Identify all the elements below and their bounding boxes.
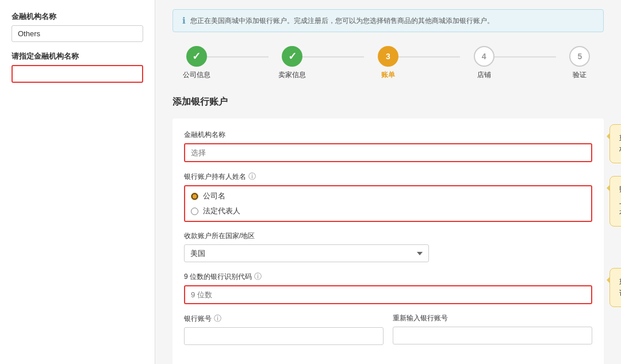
- step-2: ✓ 卖家信息: [269, 46, 316, 80]
- step-1: ✓ 公司信息: [172, 46, 220, 80]
- info-banner: ℹ 您正在美国商城中添加银行账户。完成注册后，您可以为您选择销售商品的其他商城添…: [172, 9, 604, 32]
- reenter-field: 重新输入银行账号: [393, 313, 592, 345]
- bank-account-field: 银行账号 ⓘ: [184, 313, 384, 345]
- bank-account-help-icon: ⓘ: [214, 313, 221, 324]
- account-holder-row: 银行账户持有人姓名 ⓘ 公司名 法定代表人: [184, 171, 592, 222]
- routing-row: 9 位数的银行识别代码 ⓘ: [184, 271, 592, 304]
- step-3-label: 账单: [381, 70, 395, 80]
- reenter-input[interactable]: [393, 327, 592, 344]
- left-institution-label: 金融机构名称: [12, 12, 143, 22]
- step-4: 4 店铺: [460, 46, 508, 80]
- step-3: 3 账单: [364, 46, 412, 80]
- step-1-icon: ✓: [192, 50, 201, 63]
- step-4-circle: 4: [474, 46, 494, 67]
- radio-legal[interactable]: 法定代表人: [191, 206, 585, 216]
- country-row: 收款账户所在国家/地区 美国: [184, 231, 592, 262]
- left-specify-input[interactable]: [12, 65, 143, 83]
- step-5-label: 验证: [573, 70, 586, 80]
- step-3-circle: 3: [378, 46, 398, 67]
- step-3-icon: 3: [386, 52, 390, 61]
- account-holder-label: 银行账户持有人姓名 ⓘ: [184, 171, 592, 182]
- radio-company-label: 公司名: [203, 191, 225, 201]
- step-4-label: 店铺: [477, 70, 491, 80]
- routing-help-icon: ⓘ: [254, 271, 262, 282]
- left-specify-label: 请指定金融机构名称: [12, 51, 143, 62]
- main-content: ℹ 您正在美国商城中添加银行账户。完成注册后，您可以为您选择销售商品的其他商城添…: [155, 0, 621, 364]
- left-specify-field: 请指定金融机构名称: [12, 51, 143, 83]
- tooltip-account-holder: 账户持有人姓名应与银行证件上的相同，请选择您的账户持有人，公司或者法定代表人: [610, 176, 621, 227]
- routing-input[interactable]: [184, 285, 592, 304]
- tooltip-institution: 如果在列表里没有您的金融机构请选择others，并手动填写: [610, 124, 621, 163]
- form-area: 如果在列表里没有您的金融机构请选择others，并手动填写 账户持有人姓名应与银…: [172, 118, 604, 364]
- routing-label: 9 位数的银行识别代码 ⓘ: [184, 271, 592, 282]
- step-5-circle: 5: [569, 46, 590, 67]
- country-select[interactable]: 美国: [184, 244, 429, 262]
- radio-group: 公司名 法定代表人: [184, 185, 592, 222]
- info-icon: ℹ: [182, 16, 186, 26]
- radio-legal-input[interactable]: [191, 208, 198, 215]
- institution-row: 金融机构名称: [184, 130, 592, 162]
- step-2-label: 卖家信息: [278, 70, 306, 80]
- reenter-label: 重新输入银行账号: [393, 313, 592, 323]
- info-banner-text: 您正在美国商城中添加银行账户。完成注册后，您可以为您选择销售商品的其他商城添加银…: [190, 16, 494, 26]
- step-1-circle: ✓: [186, 46, 207, 67]
- left-panel: 金融机构名称 Others 请指定金融机构名称: [0, 0, 155, 364]
- radio-company[interactable]: 公司名: [191, 191, 585, 201]
- tooltip-routing: 如果您不清楚银行识别代码，请咨询银行: [610, 268, 621, 307]
- institution-label: 金融机构名称: [184, 130, 592, 140]
- account-holder-help-icon: ⓘ: [248, 171, 256, 182]
- section-title: 添加银行账户: [172, 96, 604, 108]
- step-2-icon: ✓: [288, 50, 297, 63]
- radio-legal-label: 法定代表人: [203, 206, 240, 216]
- step-1-label: 公司信息: [183, 70, 210, 80]
- step-4-icon: 4: [482, 52, 486, 61]
- bank-account-input[interactable]: [184, 327, 384, 345]
- step-5: 5 验证: [556, 46, 604, 80]
- country-label: 收款账户所在国家/地区: [184, 231, 592, 241]
- left-institution-field: 金融机构名称 Others: [12, 12, 143, 42]
- bank-account-row: 银行账号 ⓘ 重新输入银行账号: [184, 313, 592, 354]
- radio-company-input[interactable]: [191, 193, 198, 200]
- institution-input[interactable]: [184, 143, 592, 162]
- steps-container: ✓ 公司信息 ✓ 卖家信息 3 账单 4 店铺 5: [172, 46, 604, 80]
- step-2-circle: ✓: [282, 46, 302, 67]
- step-5-icon: 5: [577, 52, 582, 61]
- bank-account-label: 银行账号 ⓘ: [184, 313, 384, 324]
- left-institution-value: Others: [12, 25, 143, 42]
